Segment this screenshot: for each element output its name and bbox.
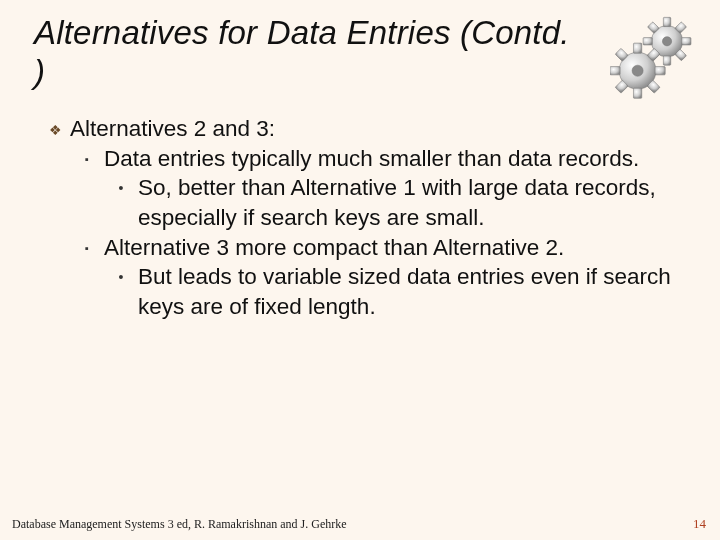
svg-rect-13 xyxy=(610,67,620,75)
page-number: 14 xyxy=(693,516,706,532)
list-item: • But leads to variable sized data entri… xyxy=(104,262,692,321)
svg-point-19 xyxy=(632,65,643,76)
dot-bullet-icon: • xyxy=(104,173,138,197)
list-text: But leads to variable sized data entries… xyxy=(138,262,692,321)
list-text: Data entries typically much smaller than… xyxy=(104,144,692,174)
svg-rect-14 xyxy=(655,67,665,75)
square-bullet-icon: ▪ xyxy=(70,233,104,256)
list-item: ❖ Alternatives 2 and 3: xyxy=(40,114,692,144)
list-item: ▪ Data entries typically much smaller th… xyxy=(70,144,692,174)
svg-rect-12 xyxy=(633,88,641,98)
svg-rect-1 xyxy=(663,17,670,26)
list-text: Alternative 3 more compact than Alternat… xyxy=(104,233,692,263)
svg-point-9 xyxy=(662,37,671,46)
svg-rect-11 xyxy=(633,43,641,53)
slide: Alternatives for Data Entries (Contd. ) … xyxy=(0,0,720,540)
svg-rect-2 xyxy=(663,56,670,65)
svg-rect-4 xyxy=(682,38,691,45)
list-text: So, better than Alternative 1 with large… xyxy=(138,173,692,232)
list-item: • So, better than Alternative 1 with lar… xyxy=(104,173,692,232)
slide-title: Alternatives for Data Entries (Contd. ) xyxy=(34,14,574,92)
diamond-bullet-icon: ❖ xyxy=(40,114,70,139)
square-bullet-icon: ▪ xyxy=(70,144,104,167)
svg-rect-3 xyxy=(643,38,652,45)
list-item: ▪ Alternative 3 more compact than Altern… xyxy=(70,233,692,263)
list-text: Alternatives 2 and 3: xyxy=(70,114,692,144)
footer-text: Database Management Systems 3 ed, R. Ram… xyxy=(12,517,347,532)
gears-icon xyxy=(610,10,702,102)
dot-bullet-icon: • xyxy=(104,262,138,286)
slide-body: ❖ Alternatives 2 and 3: ▪ Data entries t… xyxy=(34,114,692,322)
